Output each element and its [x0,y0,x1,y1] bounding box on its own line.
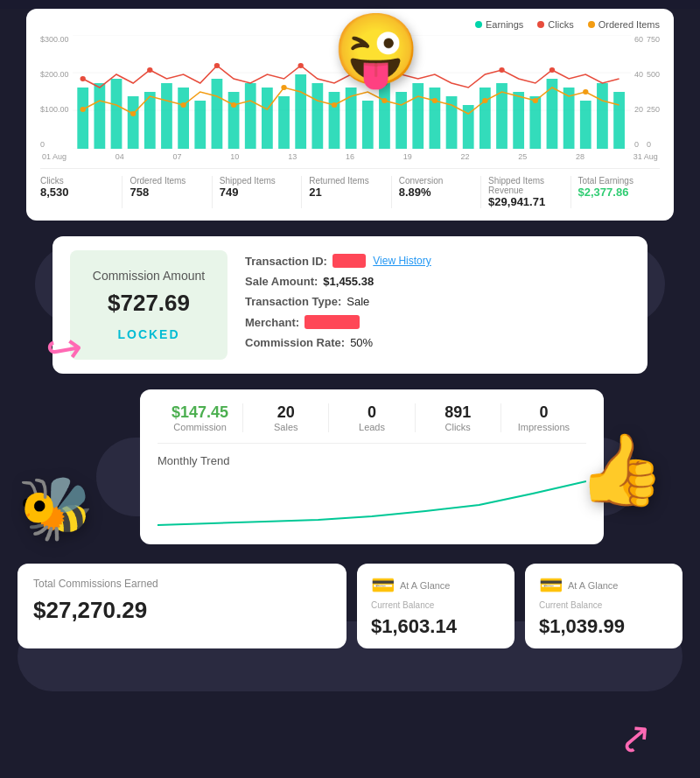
total-commissions-value: $27,270.29 [33,597,331,624]
svg-rect-10 [178,88,189,149]
stat-ordered-label: Ordered Items [130,176,204,186]
y-r2-250: 250 [647,105,660,114]
svg-point-50 [214,63,219,68]
svg-rect-7 [127,96,138,149]
analytics-stats-row: Clicks 8,530 Ordered Items 758 Shipped I… [40,168,660,208]
earnings-dot [475,21,482,28]
svg-rect-35 [597,83,608,149]
x-10: 10 [230,152,239,161]
svg-point-39 [180,102,186,108]
x-13: 13 [288,152,297,161]
legend-ordered: Ordered Items [588,19,660,30]
stat-conversion: Conversion 8.89% [392,176,481,208]
svg-point-54 [549,67,554,73]
y-r-40: 40 [634,70,643,79]
stat-returned: Returned Items 21 [302,176,391,208]
thumbs-up-emoji: 👍 [578,429,665,511]
stat-ordered: Ordered Items 758 [122,176,212,208]
svg-point-41 [281,85,286,90]
commission-amount: $727.69 [108,290,190,317]
y-r2-500: 500 [647,70,660,79]
wallet-icon-1: 💳 [371,574,395,597]
stats-impressions-value: 0 [508,403,579,422]
stat-clicks-label: Clicks [40,176,115,186]
stats-card: $147.45 Commission 20 Sales 0 Leads 891 … [140,389,604,544]
ordered-label: Ordered Items [598,19,660,30]
stats-sales-label: Sales [250,422,321,432]
total-commissions-label: Total Commissions Earned [33,578,331,590]
svg-point-40 [230,102,235,108]
stat-total-label: Total Earnings [578,176,653,186]
wallet-icon-2: 💳 [539,574,563,597]
bee-emoji: 🐝 [18,473,94,544]
stats-sales-value: 20 [250,403,321,422]
stat-returned-label: Returned Items [309,176,383,186]
svg-point-49 [147,67,152,73]
y-r-20: 20 [634,105,643,114]
commission-left-panel: Commission Amount $727.69 LOCKED [70,250,228,360]
stats-impressions-col: 0 Impressions [501,403,586,432]
svg-rect-14 [244,83,256,149]
x-01aug: 01 Aug [42,152,66,161]
svg-rect-12 [211,79,222,149]
stat-total-earnings: Total Earnings $2,377.86 [571,176,660,208]
x-31aug: 31 Aug [634,152,658,161]
stat-revenue-label: Shipped Items Revenue [488,176,563,195]
commission-card: Commission Amount $727.69 LOCKED Transac… [52,236,648,374]
x-axis: 01 Aug 04 07 10 13 16 19 22 25 28 31 Aug [40,152,660,161]
winking-emoji: 😜 [332,9,420,91]
page-wrapper: 😜 Earnings Clicks Ordered Items $300.00 … [0,9,700,778]
stats-leads-value: 0 [336,403,407,422]
svg-rect-11 [194,101,206,149]
stats-commission-col: $147.45 Commission [158,403,243,432]
sale-amount-label: Sale Amount: [245,275,318,288]
earnings-label: Earnings [486,19,523,30]
svg-point-53 [499,67,504,73]
svg-point-43 [382,98,387,103]
view-history-link[interactable]: View History [373,255,430,267]
svg-point-42 [331,102,336,108]
stats-commission-label: Commission [164,422,235,432]
at-glance-2-top: 💳 At A Glance [539,574,668,597]
at-glance-card-2: 💳 At A Glance Current Balance $1,039.99 [525,564,682,648]
stats-commission-value: $147.45 [164,403,235,422]
x-04: 04 [116,152,124,161]
x-19: 19 [403,152,412,161]
y-label-100: $100.00 [40,105,69,114]
stat-revenue-value: $29,941.71 [488,195,563,208]
x-25: 25 [518,152,527,161]
svg-rect-18 [312,83,323,149]
svg-rect-31 [529,96,541,149]
stats-clicks-label: Clicks [423,422,494,432]
trend-chart-svg [158,474,586,527]
at-glance-1-top: 💳 At A Glance [371,574,500,597]
svg-rect-36 [613,92,625,149]
svg-point-44 [431,98,437,103]
svg-point-46 [532,98,537,103]
transaction-type-label: Transaction Type: [245,295,341,308]
at-glance-1-value: $1,603.14 [371,615,500,638]
clicks-legend-label: Clicks [548,19,573,30]
x-28: 28 [576,152,584,161]
svg-rect-17 [295,74,306,149]
svg-point-45 [482,98,487,103]
y-axis-right2: 750 500 250 0 [643,35,660,149]
transaction-id-label: Transaction ID: [245,255,327,268]
svg-point-37 [80,107,85,112]
svg-rect-5 [94,83,105,149]
transaction-id-value [332,254,366,268]
x-07: 07 [173,152,182,161]
stats-top-row: $147.45 Commission 20 Sales 0 Leads 891 … [158,403,586,444]
stat-revenue: Shipped Items Revenue $29,941.71 [481,176,570,208]
y-r-0: 0 [634,140,643,149]
ordered-dot [588,21,595,28]
svg-rect-25 [429,88,440,149]
stat-clicks: Clicks 8,530 [40,176,122,208]
commission-rate-label: Commission Rate: [245,336,345,349]
stat-shipped: Shipped Items 749 [213,176,302,208]
at-glance-1-title: At A Glance [400,580,450,591]
at-glance-2-subtitle: Current Balance [539,600,668,610]
y-r2-0: 0 [647,140,660,149]
stat-shipped-value: 749 [220,186,294,199]
y-axis-left: $300.00 $200.00 $100.00 0 [40,35,73,149]
